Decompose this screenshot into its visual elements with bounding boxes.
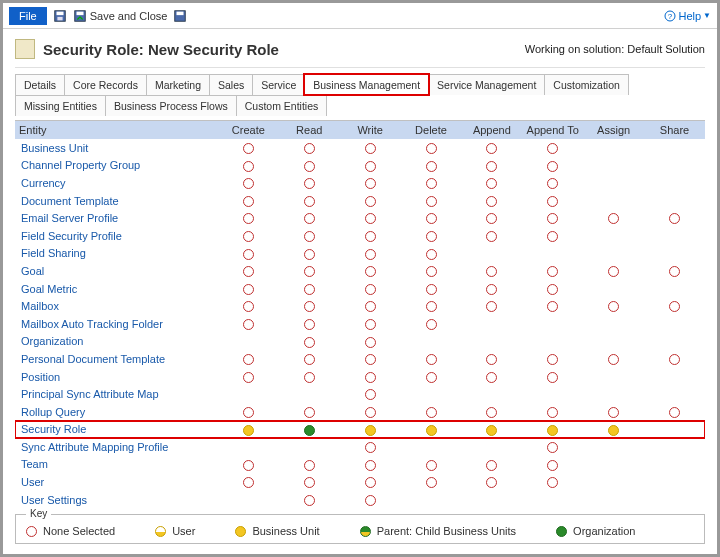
privilege-cell[interactable]: [279, 209, 340, 227]
grid-header-read[interactable]: Read: [279, 121, 340, 139]
privilege-cell[interactable]: [340, 280, 401, 298]
privilege-cell[interactable]: [522, 473, 583, 491]
privilege-cell[interactable]: [340, 333, 401, 351]
privilege-cell[interactable]: [279, 456, 340, 474]
privilege-cell[interactable]: [340, 209, 401, 227]
privilege-level-none-icon[interactable]: [304, 337, 315, 348]
privilege-level-none-icon[interactable]: [365, 213, 376, 224]
privilege-cell[interactable]: [279, 157, 340, 175]
privilege-cell[interactable]: [279, 315, 340, 333]
privilege-level-none-icon[interactable]: [304, 495, 315, 506]
privilege-level-none-icon[interactable]: [365, 407, 376, 418]
privilege-cell[interactable]: [401, 157, 462, 175]
entity-name-cell[interactable]: Mailbox: [15, 297, 218, 315]
grid-header-share[interactable]: Share: [644, 121, 705, 139]
privilege-cell[interactable]: [522, 403, 583, 421]
privilege-level-none-icon[interactable]: [547, 284, 558, 295]
save-button[interactable]: [53, 9, 67, 23]
actions-button[interactable]: [173, 9, 187, 23]
privilege-cell[interactable]: [218, 262, 279, 280]
privilege-level-bu-icon[interactable]: [547, 425, 558, 436]
privilege-level-none-icon[interactable]: [365, 389, 376, 400]
privilege-level-none-icon[interactable]: [426, 460, 437, 471]
tab-sales[interactable]: Sales: [209, 74, 253, 95]
privilege-cell[interactable]: [522, 139, 583, 157]
privilege-level-none-icon[interactable]: [547, 266, 558, 277]
tab-marketing[interactable]: Marketing: [146, 74, 210, 95]
privilege-level-none-icon[interactable]: [486, 196, 497, 207]
entity-name-cell[interactable]: Goal: [15, 262, 218, 280]
privilege-level-none-icon[interactable]: [304, 319, 315, 330]
privilege-cell[interactable]: [461, 280, 522, 298]
privilege-cell[interactable]: [461, 262, 522, 280]
entity-name-cell[interactable]: Organization: [15, 333, 218, 351]
privilege-level-none-icon[interactable]: [243, 178, 254, 189]
privilege-level-none-icon[interactable]: [547, 301, 558, 312]
privilege-cell[interactable]: [461, 209, 522, 227]
help-link[interactable]: ? Help ▼: [664, 10, 711, 22]
privilege-level-none-icon[interactable]: [426, 477, 437, 488]
privilege-level-bu-icon[interactable]: [608, 425, 619, 436]
privilege-cell[interactable]: [522, 262, 583, 280]
tab-service-management[interactable]: Service Management: [428, 74, 545, 95]
privilege-cell[interactable]: [340, 456, 401, 474]
privilege-level-none-icon[interactable]: [243, 460, 254, 471]
privilege-cell[interactable]: [340, 174, 401, 192]
privilege-level-none-icon[interactable]: [608, 354, 619, 365]
privilege-cell[interactable]: [461, 473, 522, 491]
entity-name-cell[interactable]: Team: [15, 456, 218, 474]
privilege-cell[interactable]: [401, 350, 462, 368]
privilege-cell[interactable]: [522, 297, 583, 315]
privilege-cell[interactable]: [522, 192, 583, 210]
privilege-cell[interactable]: [279, 368, 340, 386]
privilege-cell[interactable]: [522, 157, 583, 175]
privilege-level-none-icon[interactable]: [426, 372, 437, 383]
privilege-level-none-icon[interactable]: [304, 143, 315, 154]
tab-details[interactable]: Details: [15, 74, 65, 95]
privilege-level-none-icon[interactable]: [608, 266, 619, 277]
privilege-level-none-icon[interactable]: [304, 266, 315, 277]
privilege-cell[interactable]: [279, 227, 340, 245]
privilege-cell[interactable]: [522, 421, 583, 439]
privilege-level-none-icon[interactable]: [243, 354, 254, 365]
privilege-level-none-icon[interactable]: [243, 319, 254, 330]
privilege-cell[interactable]: [218, 227, 279, 245]
privilege-level-none-icon[interactable]: [426, 196, 437, 207]
privilege-cell[interactable]: [401, 139, 462, 157]
privilege-level-none-icon[interactable]: [547, 231, 558, 242]
entity-name-cell[interactable]: Currency: [15, 174, 218, 192]
entity-name-cell[interactable]: Field Security Profile: [15, 227, 218, 245]
privilege-level-none-icon[interactable]: [365, 301, 376, 312]
privilege-level-none-icon[interactable]: [243, 266, 254, 277]
privilege-level-none-icon[interactable]: [669, 301, 680, 312]
privilege-level-none-icon[interactable]: [365, 249, 376, 260]
privilege-cell[interactable]: [583, 403, 644, 421]
privilege-cell[interactable]: [218, 245, 279, 263]
privilege-cell[interactable]: [340, 350, 401, 368]
privilege-level-bu-icon[interactable]: [486, 425, 497, 436]
privilege-level-none-icon[interactable]: [426, 354, 437, 365]
privilege-level-none-icon[interactable]: [243, 196, 254, 207]
privilege-cell[interactable]: [340, 192, 401, 210]
privilege-level-none-icon[interactable]: [243, 143, 254, 154]
privilege-cell[interactable]: [461, 368, 522, 386]
privilege-level-none-icon[interactable]: [243, 407, 254, 418]
privilege-level-none-icon[interactable]: [365, 161, 376, 172]
privilege-cell[interactable]: [340, 403, 401, 421]
privilege-cell[interactable]: [279, 491, 340, 506]
privilege-cell[interactable]: [340, 139, 401, 157]
tab-customization[interactable]: Customization: [544, 74, 629, 95]
privilege-cell[interactable]: [279, 192, 340, 210]
privilege-level-none-icon[interactable]: [365, 495, 376, 506]
privilege-level-none-icon[interactable]: [304, 372, 315, 383]
privilege-cell[interactable]: [279, 473, 340, 491]
privilege-level-none-icon[interactable]: [547, 161, 558, 172]
privilege-level-none-icon[interactable]: [547, 460, 558, 471]
file-menu-button[interactable]: File: [9, 7, 47, 25]
privilege-cell[interactable]: [218, 157, 279, 175]
privilege-level-none-icon[interactable]: [426, 407, 437, 418]
save-and-close-button[interactable]: Save and Close: [73, 9, 168, 23]
privilege-level-none-icon[interactable]: [243, 477, 254, 488]
privilege-level-none-icon[interactable]: [365, 337, 376, 348]
grid-header-append[interactable]: Append: [461, 121, 522, 139]
